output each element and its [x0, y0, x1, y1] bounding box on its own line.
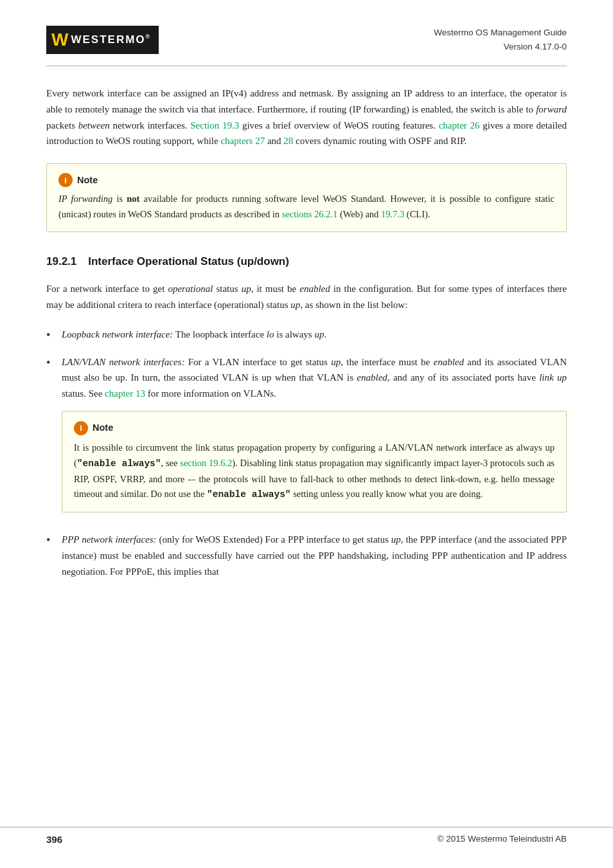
bullet3-up: up	[391, 534, 401, 545]
link-chapter-13[interactable]: chapter 13	[105, 388, 145, 399]
note-title-2: i Note	[74, 420, 555, 436]
bullet1-text2: is always	[274, 329, 314, 339]
page-footer: 396 © 2015 Westermo Teleindustri AB	[0, 827, 613, 845]
bullet-dot-2: •	[46, 354, 62, 371]
bullet-list: • Loopback network interface: The loopba…	[46, 327, 567, 579]
bullet3-label: PPP network interfaces:	[62, 534, 157, 545]
bullet1-end: .	[324, 329, 326, 339]
bullet1-up: up	[314, 329, 324, 339]
sec-intro-3: , it must be	[251, 284, 300, 294]
bullet2-enabled: enabled	[434, 357, 464, 367]
bullet2-end: for more information on VLANs.	[145, 388, 276, 399]
section-title: Interface Operational Status (up/down)	[88, 255, 289, 267]
sec-italic-up2: up	[290, 300, 300, 310]
footer-page-number: 396	[46, 834, 62, 845]
link-chapter-26[interactable]: chapter 26	[439, 120, 480, 131]
bullet1-label: Loopback network interface:	[62, 329, 173, 339]
header-title-line1: Westermo OS Management Guide	[434, 26, 567, 40]
note-box-1: i Note IP forwarding is not available fo…	[46, 163, 567, 232]
header-title: Westermo OS Management Guide Version 4.1…	[434, 26, 567, 53]
link-28[interactable]: 28	[283, 136, 293, 146]
bullet2-link-up: link up	[539, 372, 567, 383]
note-title-1: i Note	[58, 173, 555, 187]
section-intro-para: For a network interface to get operation…	[46, 281, 567, 313]
note-icon-1: i	[58, 173, 73, 187]
list-item-loopback: • Loopback network interface: The loopba…	[46, 327, 567, 343]
note1-is: is	[112, 194, 127, 204]
intro-text-3: network interfaces.	[110, 120, 190, 131]
intro-text-2: packets	[46, 120, 78, 131]
logo-w-icon: W	[51, 31, 68, 49]
bullet2-up: up	[331, 357, 341, 367]
note2-text2: , see	[161, 458, 181, 468]
link-19-7-3[interactable]: 19.7.3	[381, 209, 404, 219]
note-body-1: IP forwarding is not available for produ…	[58, 192, 555, 222]
sec-intro-1: For a network interface to get	[46, 284, 168, 294]
bullet-content-lan-vlan: LAN/VLAN network interfaces: For a VLAN …	[62, 354, 567, 522]
note-icon-2: i	[74, 421, 88, 435]
note2-mono1: "enable always"	[77, 458, 161, 469]
note2-text4: setting unless you really know what you …	[291, 489, 483, 499]
bullet2-text2: , the interface must be	[341, 357, 433, 367]
note2-mono2: "enable always"	[207, 489, 291, 500]
bullet-dot-3: •	[46, 532, 62, 548]
bullet2-enabled2: enabled	[357, 372, 387, 383]
bullet-content-loopback: Loopback network interface: The loopback…	[62, 327, 567, 343]
note1-cli: (CLI).	[404, 209, 430, 219]
note-box-2: i Note It is possible to circumvent the …	[62, 411, 567, 513]
link-section-19-3[interactable]: Section 19.3	[190, 120, 239, 131]
bullet2-text1: For a VLAN interface to get status	[184, 357, 331, 367]
sec-intro-5: , as shown in the list below:	[300, 300, 407, 310]
sec-italic-operational: operational	[168, 284, 213, 294]
intro-text-end: covers dynamic routing with OSPF and RIP…	[293, 136, 466, 146]
intro-italic-forward: forward	[536, 104, 567, 114]
sec-italic-enabled: enabled	[299, 284, 330, 294]
bullet2-text5: status. See	[62, 388, 105, 399]
logo: W WESTERMO®	[46, 26, 159, 54]
footer-copyright: © 2015 Westermo Teleindustri AB	[437, 834, 567, 844]
note-label-2: Note	[93, 420, 113, 436]
link-section-19-6-2[interactable]: section 19.6.2	[180, 458, 232, 468]
note1-italic: IP forwarding	[58, 194, 112, 204]
intro-text-1: Every network interface can be assigned …	[46, 88, 567, 114]
intro-text-and: and	[265, 136, 283, 146]
list-item-lan-vlan: • LAN/VLAN network interfaces: For a VLA…	[46, 354, 567, 522]
sec-intro-2: status	[213, 284, 241, 294]
intro-paragraph: Every network interface can be assigned …	[46, 86, 567, 149]
sec-italic-up1: up	[242, 284, 251, 294]
bullet2-text4: , and any of its associated ports have	[387, 372, 539, 383]
section-heading-19-2-1: 19.2.1Interface Operational Status (up/d…	[46, 255, 567, 268]
logo-box: W WESTERMO®	[46, 26, 159, 54]
link-chapters-27[interactable]: chapters 27	[220, 136, 265, 146]
section-number: 19.2.1	[46, 255, 76, 267]
page-header: W WESTERMO® Westermo OS Management Guide…	[46, 26, 567, 66]
logo-brand-text: WESTERMO®	[71, 33, 151, 46]
intro-text-4: gives a brief overview of WeOS routing f…	[239, 120, 438, 131]
bullet1-text1: The loopback interface	[173, 329, 267, 339]
bullet-dot-1: •	[46, 327, 62, 343]
intro-italic-between: between	[78, 120, 110, 131]
bullet2-label: LAN/VLAN network interfaces:	[62, 357, 184, 367]
note1-not: not	[127, 194, 139, 204]
link-sections-26-2-1[interactable]: sections 26.2.1	[282, 209, 338, 219]
note-body-2: It is possible to circumvent the link st…	[74, 440, 555, 503]
note-label-1: Note	[77, 175, 98, 185]
note1-web: (Web) and	[337, 209, 381, 219]
header-title-line2: Version 4.17.0-0	[434, 40, 567, 54]
bullet1-lo: lo	[267, 329, 274, 339]
list-item-ppp: • PPP network interfaces: (only for WeOS…	[46, 532, 567, 579]
bullet-content-ppp: PPP network interfaces: (only for WeOS E…	[62, 532, 567, 579]
bullet3-text1: (only for WeOS Extended) For a PPP inter…	[157, 534, 391, 545]
